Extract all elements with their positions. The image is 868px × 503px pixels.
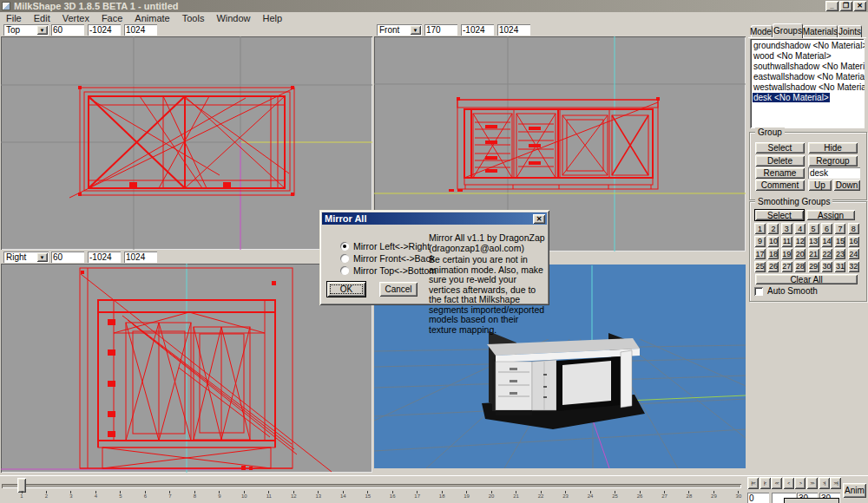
prev-key-button[interactable]: |<: [760, 477, 771, 489]
first-frame-button[interactable]: |<<: [747, 477, 759, 489]
cancel-button[interactable]: Cancel: [379, 282, 418, 297]
smoothing-group-3[interactable]: 3: [781, 223, 792, 234]
up-button[interactable]: Up: [808, 180, 832, 191]
top-viewport-mode-select[interactable]: Top ▼: [3, 24, 49, 36]
regroup-button[interactable]: Regroup: [808, 155, 858, 167]
smoothing-group-30[interactable]: 30: [821, 261, 832, 272]
prev-frame-button[interactable]: <: [783, 477, 794, 489]
smoothing-group-9[interactable]: 9: [754, 236, 766, 247]
smoothing-group-21[interactable]: 21: [808, 248, 819, 259]
smoothing-group-22[interactable]: 22: [821, 248, 832, 259]
frame-tick[interactable]: 7: [165, 491, 175, 499]
frame-tick[interactable]: 19: [462, 491, 472, 499]
smoothing-group-13[interactable]: 13: [808, 236, 819, 247]
frame-tick[interactable]: 26: [635, 491, 645, 499]
radio-icon[interactable]: [340, 266, 349, 275]
smoothing-group-8[interactable]: 8: [848, 223, 859, 234]
dialog-close-icon[interactable]: ✕: [533, 214, 545, 224]
smoothing-group-2[interactable]: 2: [767, 223, 779, 234]
groups-list[interactable]: groundshadow <No Material>wood <No Mater…: [750, 38, 865, 128]
tab-model[interactable]: Model: [751, 25, 773, 37]
radio-mirror-front-back[interactable]: Mirror Front<->Back: [340, 253, 435, 264]
restore-button[interactable]: ❐: [839, 1, 852, 11]
smoothing-group-5[interactable]: 5: [808, 223, 819, 234]
frame-tick[interactable]: 18: [437, 491, 447, 499]
select-button[interactable]: Select: [755, 142, 805, 154]
timeline-track[interactable]: [2, 484, 741, 488]
right-viewport-min-field[interactable]: [88, 252, 121, 263]
chevron-down-icon[interactable]: ▼: [36, 252, 48, 262]
frame-tick[interactable]: 12: [288, 491, 299, 499]
front-viewport-mode-select[interactable]: Front ▼: [377, 24, 422, 36]
frame-tick[interactable]: 17: [412, 491, 423, 499]
right-viewport-max-field[interactable]: [124, 252, 157, 263]
delete-button[interactable]: Delete: [755, 155, 805, 167]
frame-tick[interactable]: 22: [536, 491, 546, 499]
group-list-item[interactable]: groundshadow <No Material>: [753, 41, 864, 51]
smoothing-select-button[interactable]: Select: [755, 210, 804, 220]
frame-tick[interactable]: 4: [90, 491, 101, 499]
smoothing-group-12[interactable]: 12: [794, 236, 806, 247]
next-key-button[interactable]: >|: [819, 477, 830, 489]
frame-tick[interactable]: 29: [708, 491, 719, 499]
menu-help[interactable]: Help: [257, 13, 289, 23]
hide-button[interactable]: Hide: [808, 142, 858, 154]
frame-tick[interactable]: 16: [387, 491, 398, 499]
smoothing-group-25[interactable]: 25: [754, 261, 766, 272]
right-viewport[interactable]: [1, 264, 372, 473]
radio-icon[interactable]: [340, 254, 349, 263]
frame-tick[interactable]: 27: [659, 491, 669, 499]
top-viewport-max-field[interactable]: [124, 24, 157, 36]
group-list-item[interactable]: westwallshadow <No Material>: [753, 82, 864, 93]
frame-tick[interactable]: 25: [610, 491, 621, 499]
frame-tick[interactable]: 15: [363, 491, 373, 499]
frame-tick[interactable]: 9: [214, 491, 225, 499]
smoothing-group-4[interactable]: 4: [794, 223, 806, 234]
down-button[interactable]: Down: [833, 180, 860, 191]
frame-tick[interactable]: 24: [585, 491, 595, 499]
group-list-item[interactable]: eastwallshadow <No Material>: [753, 72, 864, 82]
dialog-title-bar[interactable]: Mirror All ✕: [322, 212, 547, 225]
smoothing-group-19[interactable]: 19: [781, 248, 792, 259]
smoothing-group-16[interactable]: 16: [848, 236, 859, 247]
tab-materials[interactable]: Materials: [803, 25, 838, 37]
smoothing-group-17[interactable]: 17: [754, 248, 766, 259]
frame-tick[interactable]: 6: [140, 491, 150, 499]
smoothing-group-1[interactable]: 1: [754, 223, 766, 234]
frame-tick[interactable]: 14: [338, 491, 348, 499]
clear-all-button[interactable]: Clear All: [755, 274, 858, 284]
next-frame-button[interactable]: >: [794, 477, 806, 489]
menu-window[interactable]: Window: [210, 13, 256, 23]
smoothing-assign-button[interactable]: Assign: [806, 210, 855, 220]
smoothing-group-32[interactable]: 32: [848, 261, 859, 272]
anim-button[interactable]: Anim: [843, 483, 866, 498]
frame-tick[interactable]: 5: [115, 491, 126, 499]
last-frame-button[interactable]: >>|: [830, 477, 841, 489]
right-viewport-mode-select[interactable]: Right ▼: [3, 252, 49, 263]
smoothing-group-27[interactable]: 27: [781, 261, 792, 272]
ok-button[interactable]: OK: [327, 282, 365, 297]
menu-vertex[interactable]: Vertex: [56, 13, 95, 23]
smoothing-group-18[interactable]: 18: [767, 248, 779, 259]
menu-animate[interactable]: Animate: [128, 13, 175, 23]
tab-joints[interactable]: Joints: [838, 25, 862, 37]
smoothing-group-14[interactable]: 14: [821, 236, 832, 247]
top-viewport[interactable]: [1, 36, 372, 250]
frame-tick[interactable]: 21: [511, 491, 522, 499]
menu-edit[interactable]: Edit: [28, 13, 56, 23]
close-button[interactable]: ✕: [853, 1, 866, 11]
top-viewport-min-field[interactable]: [88, 24, 121, 36]
smoothing-group-28[interactable]: 28: [794, 261, 806, 272]
smoothing-group-29[interactable]: 29: [808, 261, 819, 272]
smoothing-group-20[interactable]: 20: [794, 248, 806, 259]
tab-groups[interactable]: Groups: [773, 23, 803, 38]
radio-icon[interactable]: [340, 242, 349, 251]
smoothing-group-6[interactable]: 6: [821, 223, 832, 234]
rewind-button[interactable]: <<: [771, 477, 782, 489]
rename-button[interactable]: Rename: [755, 167, 805, 179]
auto-smooth-checkbox[interactable]: [754, 287, 763, 296]
frame-tick[interactable]: 30: [733, 491, 744, 499]
menu-file[interactable]: File: [0, 13, 28, 23]
keyframer-field-1[interactable]: [747, 493, 769, 503]
frame-tick[interactable]: 13: [313, 491, 324, 499]
